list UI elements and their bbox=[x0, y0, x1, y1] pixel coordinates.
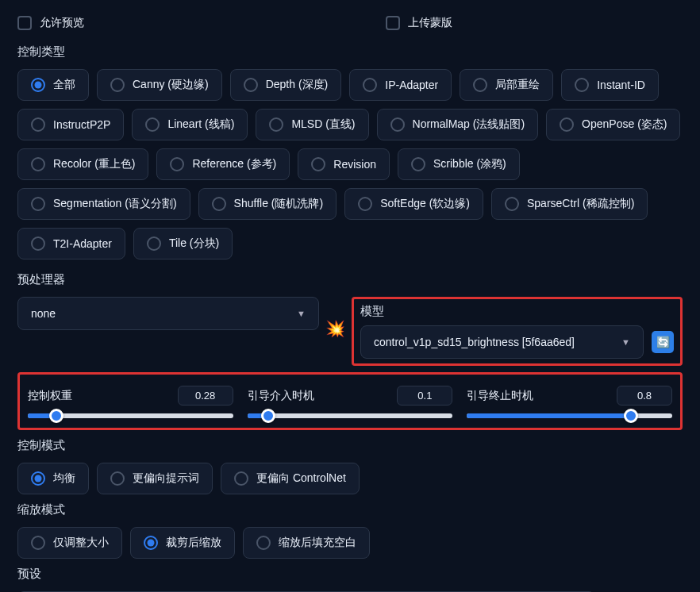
control-mode-option-label: 均衡 bbox=[53, 471, 75, 486]
guidance-end-slider[interactable]: 引导终止时机 0.8 bbox=[467, 386, 672, 418]
slider-thumb[interactable] bbox=[624, 409, 638, 423]
resize-mode-option-label: 裁剪后缩放 bbox=[166, 536, 221, 550]
control-type-label: 控制类型 bbox=[17, 44, 683, 60]
model-highlight: 模型 control_v1p_sd15_brightness [5f6aa6ed… bbox=[352, 297, 683, 366]
radio-icon bbox=[363, 78, 377, 92]
control-type-option[interactable]: Instant-ID bbox=[561, 69, 659, 101]
control-type-option-label: Depth (深度) bbox=[266, 78, 329, 92]
control-type-option-label: Canny (硬边缘) bbox=[133, 78, 209, 92]
allow-preview-checkbox[interactable]: 允许预览 bbox=[17, 16, 84, 30]
chevron-down-icon: ▼ bbox=[621, 337, 630, 347]
control-mode-option[interactable]: 更偏向提示词 bbox=[97, 463, 213, 494]
preprocessor-select[interactable]: none ▼ bbox=[17, 297, 319, 330]
control-type-option-label: 全部 bbox=[53, 78, 75, 92]
control-mode-option-label: 更偏向提示词 bbox=[133, 471, 199, 486]
control-type-option-label: Reference (参考) bbox=[192, 157, 276, 171]
radio-icon bbox=[31, 117, 45, 132]
radio-icon bbox=[358, 197, 372, 211]
guidance-end-value[interactable]: 0.8 bbox=[617, 386, 672, 406]
preset-label: 预设 bbox=[17, 567, 683, 582]
allow-preview-label: 允许预览 bbox=[40, 16, 84, 30]
control-type-option[interactable]: NormalMap (法线贴图) bbox=[377, 109, 539, 140]
radio-icon bbox=[311, 157, 325, 171]
sliders-highlight: 控制权重 0.28 引导介入时机 0.1 引导终止时机 0.8 bbox=[17, 372, 683, 430]
explosion-icon[interactable]: 💥 bbox=[325, 319, 345, 338]
control-type-option[interactable]: Recolor (重上色) bbox=[17, 148, 148, 180]
control-type-option[interactable]: OpenPose (姿态) bbox=[546, 109, 680, 140]
upload-mask-label: 上传蒙版 bbox=[408, 16, 452, 30]
resize-mode-option[interactable]: 裁剪后缩放 bbox=[130, 527, 235, 559]
resize-mode-label: 缩放模式 bbox=[17, 502, 683, 517]
control-type-option[interactable]: Lineart (线稿) bbox=[132, 109, 248, 140]
radio-icon bbox=[31, 236, 45, 251]
resize-mode-option[interactable]: 缩放后填充空白 bbox=[243, 527, 370, 559]
control-type-option[interactable]: 局部重绘 bbox=[460, 69, 553, 101]
control-type-option-label: SoftEdge (软边缘) bbox=[380, 197, 470, 211]
control-type-option[interactable]: Tile (分块) bbox=[133, 228, 233, 259]
control-type-option[interactable]: SparseCtrl (稀疏控制) bbox=[491, 188, 648, 220]
control-mode-option[interactable]: 均衡 bbox=[17, 463, 89, 494]
radio-icon bbox=[147, 236, 161, 251]
slider-thumb[interactable] bbox=[49, 409, 63, 423]
control-mode-option-label: 更偏向 ControlNet bbox=[256, 471, 346, 486]
control-weight-label: 控制权重 bbox=[28, 389, 72, 403]
control-type-option[interactable]: Shuffle (随机洗牌) bbox=[198, 188, 337, 220]
radio-icon bbox=[390, 117, 405, 132]
control-type-option-label: Shuffle (随机洗牌) bbox=[234, 197, 324, 211]
control-mode-group: 均衡更偏向提示词更偏向 ControlNet bbox=[17, 463, 683, 494]
control-type-option-label: MLSD (直线) bbox=[291, 117, 355, 132]
guidance-start-label: 引导介入时机 bbox=[248, 389, 314, 403]
control-type-option[interactable]: IP-Adapter bbox=[349, 69, 452, 101]
radio-icon bbox=[145, 117, 160, 132]
resize-mode-option[interactable]: 仅调整大小 bbox=[17, 527, 122, 559]
resize-mode-option-label: 仅调整大小 bbox=[53, 536, 109, 550]
radio-icon bbox=[575, 78, 589, 92]
model-refresh-button[interactable]: 🔄 bbox=[652, 331, 674, 353]
slider-track[interactable] bbox=[467, 413, 672, 418]
control-type-option[interactable]: SoftEdge (软边缘) bbox=[344, 188, 483, 220]
control-type-option[interactable]: Canny (硬边缘) bbox=[97, 69, 222, 101]
control-type-option-label: IP-Adapter bbox=[385, 79, 438, 91]
radio-icon bbox=[411, 157, 425, 171]
control-type-option-label: InstructP2P bbox=[53, 118, 110, 131]
radio-icon bbox=[31, 78, 45, 92]
control-type-option-label: OpenPose (姿态) bbox=[582, 117, 667, 132]
control-mode-option[interactable]: 更偏向 ControlNet bbox=[221, 463, 360, 494]
control-type-option[interactable]: Scribble (涂鸦) bbox=[398, 148, 520, 180]
control-type-option-label: Lineart (线稿) bbox=[167, 117, 234, 132]
control-type-option[interactable]: Segmentation (语义分割) bbox=[17, 188, 190, 220]
model-value: control_v1p_sd15_brightness [5f6aa6ed] bbox=[374, 336, 575, 348]
resize-mode-option-label: 缩放后填充空白 bbox=[279, 536, 356, 550]
radio-icon bbox=[244, 78, 258, 92]
radio-icon bbox=[269, 117, 283, 132]
control-type-option[interactable]: InstructP2P bbox=[17, 109, 124, 140]
control-type-option-label: Scribble (涂鸦) bbox=[433, 157, 506, 171]
control-type-option-label: Revision bbox=[333, 158, 376, 171]
model-select[interactable]: control_v1p_sd15_brightness [5f6aa6ed] ▼ bbox=[360, 325, 644, 359]
control-type-option[interactable]: T2I-Adapter bbox=[17, 228, 125, 259]
chevron-down-icon: ▼ bbox=[297, 309, 306, 318]
slider-thumb[interactable] bbox=[261, 409, 275, 423]
control-type-option[interactable]: 全部 bbox=[17, 69, 89, 101]
control-type-option[interactable]: MLSD (直线) bbox=[256, 109, 368, 140]
control-type-option[interactable]: Depth (深度) bbox=[230, 69, 342, 101]
control-mode-label: 控制模式 bbox=[17, 438, 683, 453]
control-weight-value[interactable]: 0.28 bbox=[178, 386, 233, 406]
radio-icon bbox=[31, 536, 45, 550]
control-type-option[interactable]: Reference (参考) bbox=[156, 148, 290, 180]
control-weight-slider[interactable]: 控制权重 0.28 bbox=[28, 386, 233, 418]
control-type-option-label: NormalMap (法线贴图) bbox=[413, 117, 525, 132]
control-type-option-label: 局部重绘 bbox=[495, 78, 540, 92]
radio-icon bbox=[31, 471, 45, 486]
slider-track[interactable] bbox=[248, 413, 453, 418]
radio-icon bbox=[505, 197, 519, 211]
upload-mask-checkbox[interactable]: 上传蒙版 bbox=[386, 16, 452, 30]
radio-icon bbox=[110, 471, 125, 486]
radio-icon bbox=[110, 78, 125, 92]
guidance-start-slider[interactable]: 引导介入时机 0.1 bbox=[248, 386, 453, 418]
slider-track[interactable] bbox=[28, 413, 233, 418]
radio-icon bbox=[256, 536, 271, 550]
guidance-start-value[interactable]: 0.1 bbox=[397, 386, 452, 406]
control-type-option[interactable]: Revision bbox=[298, 148, 390, 180]
control-type-option-label: SparseCtrl (稀疏控制) bbox=[527, 197, 634, 211]
